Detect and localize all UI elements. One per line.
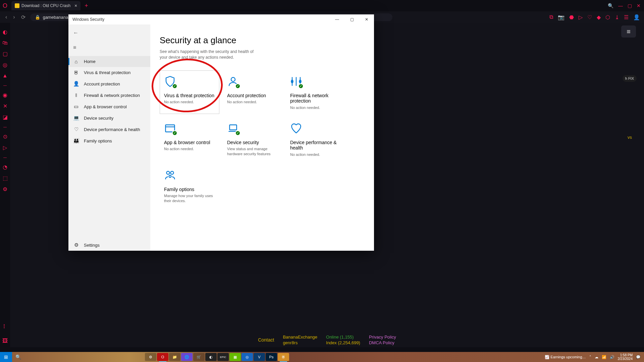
card-account-protection[interactable]: ✓ Account protection No action needed. xyxy=(223,70,282,114)
cube-icon[interactable]: ◆ xyxy=(597,14,601,20)
browser-minimize-button[interactable]: — xyxy=(618,3,623,8)
taskbar-app-icon[interactable]: EPIC xyxy=(217,353,229,361)
sidebar-item-icon[interactable]: ◐ xyxy=(3,29,7,35)
card-virus-threat[interactable]: ✓ Virus & threat protection No action ne… xyxy=(160,70,219,114)
nav-item-app[interactable]: ▭App & browser control xyxy=(68,101,150,112)
taskbar-app-icon[interactable]: ⛨ xyxy=(278,353,289,361)
nav-item-device[interactable]: 💻Device security xyxy=(68,112,150,124)
taskbar-app-icon[interactable]: V xyxy=(254,353,265,361)
nav-item-family[interactable]: 👪Family options xyxy=(68,135,150,146)
windows-security-window: Windows Security — ▢ ✕ ← ≡ ⌂Home ⛨Virus … xyxy=(68,14,374,251)
svg-point-7 xyxy=(171,171,174,174)
shield-icon[interactable]: ⬣ xyxy=(569,14,574,20)
taskbar-search-button[interactable]: 🔍 xyxy=(12,354,24,360)
browser-close-button[interactable]: ✕ xyxy=(637,3,641,8)
taskbar-app-icon[interactable]: ⚙ xyxy=(145,353,156,361)
nav-forward-button[interactable]: › xyxy=(12,14,16,20)
nav-label: Settings xyxy=(84,243,100,248)
sidebar-item-icon[interactable]: ◪ xyxy=(3,114,8,120)
send-icon[interactable]: ▷ xyxy=(579,14,583,20)
nav-item-performance[interactable]: ♡Device performance & health xyxy=(68,124,150,135)
heart-pulse-icon xyxy=(290,122,302,134)
window-close-button[interactable]: ✕ xyxy=(359,14,374,24)
opera-logo-icon[interactable]: O xyxy=(0,2,10,9)
footer-link-privacy[interactable]: Privacy Policy xyxy=(369,335,396,340)
taskbar-app-icon[interactable]: ◎ xyxy=(241,353,253,361)
window-title-bar[interactable]: Windows Security — ▢ ✕ xyxy=(68,14,374,24)
card-app-browser[interactable]: ✓ App & browser control No action needed… xyxy=(160,117,219,161)
download-icon[interactable]: ⤓ xyxy=(615,14,619,20)
window-maximize-button[interactable]: ▢ xyxy=(344,14,359,24)
card-device-security[interactable]: ✓ Device security View status and manage… xyxy=(223,117,282,161)
sidebar-item-icon[interactable]: ▷ xyxy=(3,144,7,151)
taskbar-app-icon[interactable]: ▦ xyxy=(229,353,241,361)
taskbar-app-icon[interactable]: 🌐 xyxy=(181,353,193,361)
start-button[interactable]: ⊞ xyxy=(0,352,12,362)
nav-item-firewall[interactable]: ⦀Firewall & network protection xyxy=(68,89,150,101)
tray-news-widget[interactable]: 📈 Earnings upcoming… xyxy=(545,355,586,359)
sidebar-item-icon[interactable]: 🖼 xyxy=(2,338,8,344)
card-firewall[interactable]: ✓ Firewall & network protection No actio… xyxy=(286,70,345,114)
tray-volume-icon[interactable]: 🔊 xyxy=(610,355,614,359)
footer-link-contact[interactable]: Contact xyxy=(258,337,274,343)
profile-icon[interactable]: 👤 xyxy=(633,14,640,20)
footer-index-count[interactable]: Index (2,254,699) xyxy=(326,340,360,345)
tab-close-button[interactable]: × xyxy=(74,3,77,8)
page-menu-button[interactable]: ≡ xyxy=(621,25,636,38)
sidebar-item-icon[interactable]: ◔ xyxy=(3,164,7,170)
sidebar-item-icon[interactable]: 🛍 xyxy=(2,40,8,46)
sidebar-item-icon[interactable]: — xyxy=(3,156,7,159)
window-minimize-button[interactable]: — xyxy=(330,14,344,24)
sidebar-item-icon[interactable]: ⬚ xyxy=(3,175,8,181)
sidebar-more-icon[interactable]: ⠇ xyxy=(3,323,7,330)
browser-tab[interactable]: Download : Old CPU Crash × xyxy=(11,1,80,10)
sidebar-item-icon[interactable]: ✕ xyxy=(3,103,7,109)
sidebar-item-icon[interactable]: — xyxy=(3,83,7,87)
sidebar-item-icon[interactable]: ▢ xyxy=(3,51,8,57)
browser-search-icon[interactable]: 🔍 xyxy=(608,3,613,8)
nav-menu-icon[interactable]: ≡ xyxy=(68,42,150,53)
tray-clock[interactable]: 1:58 PM 2/23/2024 xyxy=(618,353,633,361)
snapshot-icon[interactable]: ⧉ xyxy=(549,14,553,20)
tray-notifications-icon[interactable]: 💬 xyxy=(636,355,641,359)
taskbar-app-icon[interactable]: 📁 xyxy=(169,353,180,361)
taskbar-app-icon[interactable]: ◐ xyxy=(205,353,217,361)
page-chip[interactable]: h FIX xyxy=(623,75,637,82)
nav-reload-button[interactable]: ⟳ xyxy=(20,14,27,20)
sidebar-item-icon[interactable]: ◉ xyxy=(3,92,7,98)
footer-link-dmca[interactable]: DMCA Policy xyxy=(369,340,394,345)
windows-taskbar[interactable]: ⊞ 🔍 ⚙ O 📁 🌐 🛒 ◐ EPIC ▦ ◎ V Ps ⛨ 📈 Earnin… xyxy=(0,352,644,362)
box-icon[interactable]: ⬡ xyxy=(605,14,610,20)
tray-cloud-icon[interactable]: ☁ xyxy=(595,355,598,359)
nav-item-virus[interactable]: ⛨Virus & threat protection xyxy=(68,67,150,78)
footer-online-count[interactable]: Online (1,155) xyxy=(326,335,354,340)
browser-maximize-button[interactable]: ▢ xyxy=(628,3,632,8)
easy-setup-icon[interactable]: ☰ xyxy=(624,14,629,20)
heart-icon[interactable]: ♡ xyxy=(587,14,592,20)
sidebar-item-icon[interactable]: — xyxy=(3,125,7,129)
sidebar-item-icon[interactable]: ◎ xyxy=(3,62,7,68)
nav-item-account[interactable]: 👤Account protection xyxy=(68,78,150,89)
page-title: Security at a glance xyxy=(160,35,365,46)
tray-chevron-icon[interactable]: ˄ xyxy=(589,355,591,359)
tab-title: Download : Old CPU Crash xyxy=(21,3,70,8)
card-family-options[interactable]: Family options Manage how your family us… xyxy=(160,164,219,208)
nav-item-home[interactable]: ⌂Home xyxy=(68,56,150,67)
taskbar-app-icon[interactable]: 🛒 xyxy=(193,353,205,361)
footer-link-genr8rs[interactable]: genr8rs xyxy=(283,340,298,345)
nav-item-settings[interactable]: ⚙Settings xyxy=(68,239,150,251)
sidebar-item-icon[interactable]: ⊙ xyxy=(3,133,7,140)
nav-back-icon[interactable]: ← xyxy=(68,27,150,39)
nav-label: Home xyxy=(84,59,96,64)
taskbar-app-icon[interactable]: O xyxy=(157,353,168,361)
taskbar-app-icon[interactable]: Ps xyxy=(266,353,277,361)
footer-link-exchange[interactable]: BananaExchange xyxy=(283,335,317,340)
card-performance-health[interactable]: Device performance & health No action ne… xyxy=(286,117,345,161)
tray-wifi-icon[interactable]: 📶 xyxy=(602,355,606,359)
camera-icon[interactable]: 📷 xyxy=(558,14,565,20)
antenna-icon: ⦀ xyxy=(73,92,79,98)
sidebar-item-icon[interactable]: ⚙ xyxy=(3,186,7,192)
nav-back-button[interactable]: ‹ xyxy=(4,14,8,20)
sidebar-item-icon[interactable]: ▲ xyxy=(2,73,8,79)
new-tab-button[interactable]: + xyxy=(85,2,88,9)
